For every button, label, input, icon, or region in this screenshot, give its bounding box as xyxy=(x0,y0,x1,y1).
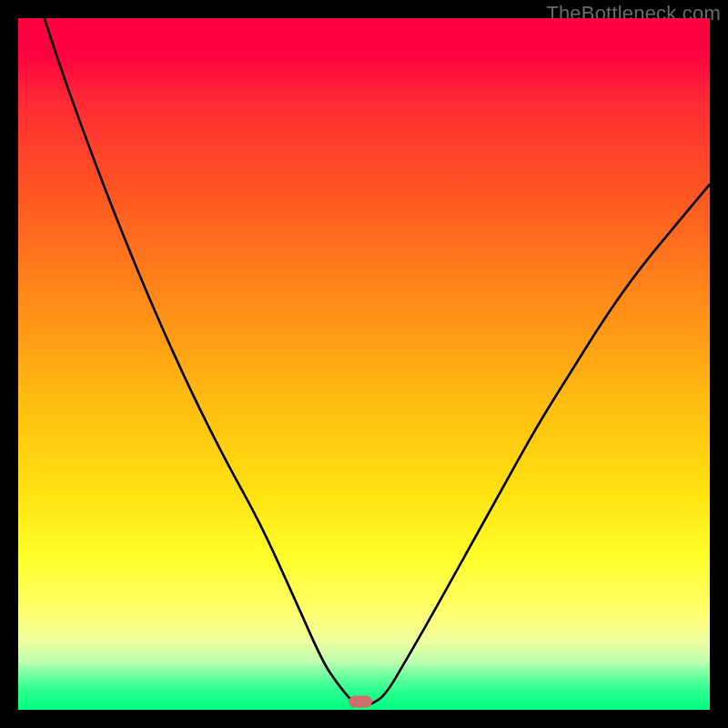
min-marker xyxy=(349,695,372,707)
bottleneck-curve xyxy=(18,18,710,705)
chart-container: TheBottleneck.com xyxy=(0,0,728,728)
plot-area xyxy=(18,18,710,710)
curve-svg xyxy=(18,18,710,710)
